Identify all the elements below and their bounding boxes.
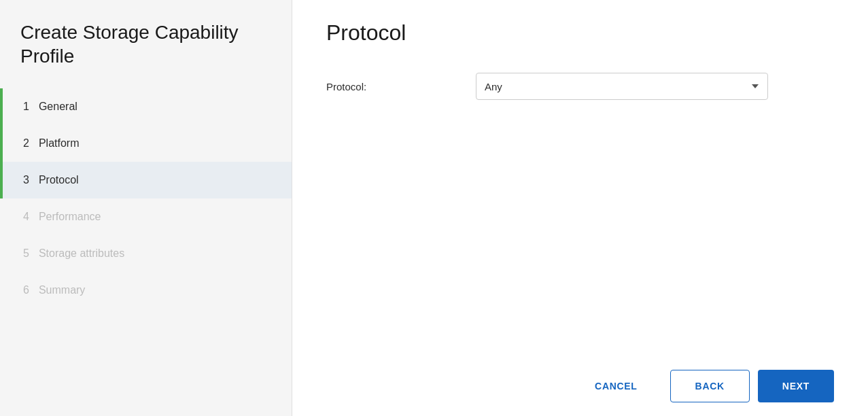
main-content: Protocol Protocol: AnyFCiSCSINFSVMFSVVOL… — [292, 0, 868, 416]
step-number: 1 — [23, 101, 29, 113]
protocol-select-wrapper: AnyFCiSCSINFSVMFSVVOL — [476, 73, 768, 100]
sidebar-step-4: 4 Performance — [0, 198, 292, 235]
step-label: Performance — [39, 211, 101, 223]
protocol-label: Protocol: — [326, 81, 476, 92]
step-label: Platform — [39, 137, 80, 150]
step-label: Storage attributes — [39, 247, 124, 260]
step-label: General — [39, 101, 77, 113]
sidebar-step-1[interactable]: 1 General — [0, 88, 292, 125]
sidebar-step-6: 6 Summary — [0, 272, 292, 309]
steps-nav: 1 General 2 Platform 3 Protocol 4 Perfor… — [0, 88, 292, 416]
step-number: 3 — [23, 174, 29, 186]
back-button[interactable]: BACK — [670, 370, 750, 402]
section-title: Protocol — [326, 20, 834, 46]
step-number: 6 — [23, 284, 29, 296]
step-label: Summary — [39, 284, 85, 296]
sidebar-step-2[interactable]: 2 Platform — [0, 125, 292, 162]
next-button[interactable]: NEXT — [758, 370, 834, 402]
step-number: 5 — [23, 247, 29, 260]
step-number: 2 — [23, 137, 29, 150]
protocol-row: Protocol: AnyFCiSCSINFSVMFSVVOL — [326, 73, 834, 100]
sidebar-step-5: 5 Storage attributes — [0, 235, 292, 272]
footer: CANCEL BACK NEXT — [292, 356, 868, 416]
protocol-select[interactable]: AnyFCiSCSINFSVMFSVVOL — [476, 73, 768, 100]
sidebar: Create Storage Capability Profile 1 Gene… — [0, 0, 292, 416]
step-number: 4 — [23, 211, 29, 223]
page-title: Create Storage Capability Profile — [0, 20, 292, 88]
step-label: Protocol — [39, 174, 79, 186]
cancel-button[interactable]: CANCEL — [570, 370, 662, 402]
sidebar-step-3[interactable]: 3 Protocol — [0, 162, 292, 198]
